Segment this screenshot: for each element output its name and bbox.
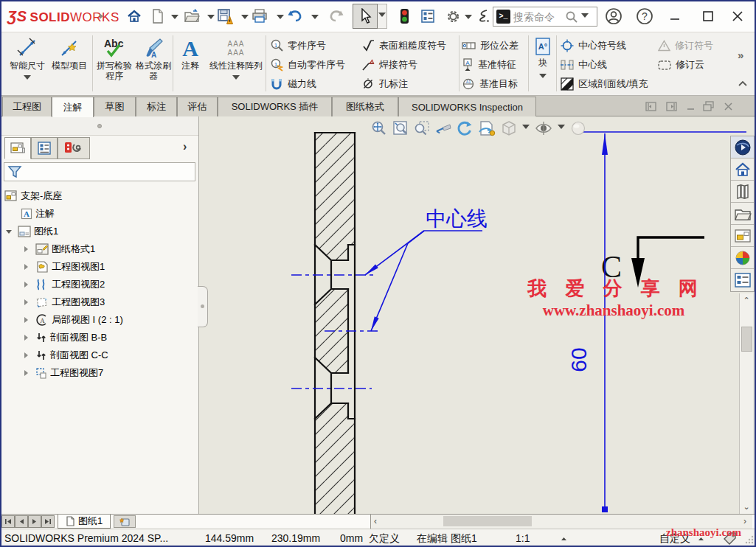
panel-collapse-handle[interactable] xyxy=(97,124,102,128)
center-mark-button[interactable]: 中心符号线 xyxy=(561,37,626,55)
sketch-ink-button[interactable] xyxy=(475,7,493,25)
block-button[interactable]: A° 块 xyxy=(531,35,555,81)
block-dropdown[interactable] xyxy=(539,74,547,81)
hole-callout-button[interactable]: 孔标注 xyxy=(361,75,408,93)
smart-dimension-dropdown[interactable] xyxy=(24,75,31,83)
settings-button[interactable] xyxy=(444,7,462,25)
tab-feature-tree[interactable] xyxy=(4,137,31,159)
format-painter-button[interactable]: A 格式涂刷器 xyxy=(136,35,171,81)
view-palette-button[interactable] xyxy=(731,225,754,247)
revision-cloud-button[interactable]: 修订云 xyxy=(658,56,704,74)
minimize-button[interactable] xyxy=(666,7,684,25)
collapsed-caret-icon[interactable] xyxy=(24,317,28,323)
design-library-button[interactable] xyxy=(731,181,754,203)
surface-finish-button[interactable]: 表面粗糙度符号 xyxy=(361,37,446,55)
tab-addins[interactable]: SOLIDWORKS 插件 xyxy=(218,97,332,116)
tree-sheet-row[interactable]: 图纸1 xyxy=(6,223,58,240)
appearances-button[interactable] xyxy=(731,247,754,269)
collapsed-caret-icon[interactable] xyxy=(24,299,28,305)
vertical-scroll-thumb[interactable] xyxy=(741,327,752,352)
scale-dropdown-icon[interactable] xyxy=(561,537,567,541)
tree-annotations-row[interactable]: A 注解 xyxy=(21,205,55,223)
collapsed-caret-icon[interactable] xyxy=(24,282,28,288)
command-manager-button[interactable] xyxy=(419,7,437,25)
tree-view1-row[interactable]: 工程图视图1 xyxy=(24,258,105,276)
logo-expand-icon[interactable] xyxy=(100,13,103,19)
save-button[interactable] xyxy=(216,7,234,25)
sheet-scale[interactable]: 1:1 xyxy=(516,532,530,544)
section-view-part[interactable] xyxy=(315,133,355,514)
tab-property-manager[interactable] xyxy=(31,137,58,159)
sw-resources-button[interactable] xyxy=(731,136,754,158)
custom-properties-button[interactable] xyxy=(731,269,754,291)
tree-section-cc-row[interactable]: 剖面视图 C-C xyxy=(24,346,108,364)
print-dropdown[interactable] xyxy=(277,15,284,22)
settings-dropdown[interactable] xyxy=(465,15,472,22)
linear-note-pattern-button[interactable]: AAAAAA 线性注释阵列 xyxy=(207,35,266,83)
panel-flyout-arrow[interactable]: › xyxy=(183,140,187,153)
magnetic-line-button[interactable]: 磁力线 xyxy=(270,75,316,93)
rotate-view-icon[interactable] xyxy=(457,120,473,136)
linear-note-pattern-dropdown[interactable] xyxy=(232,75,240,83)
revision-symbol-button[interactable]: 修订符号 xyxy=(658,37,713,55)
tab-inspection[interactable]: SOLIDWORKS Inspection xyxy=(398,97,536,116)
print-button[interactable] xyxy=(251,7,268,25)
new-document-dropdown[interactable] xyxy=(171,15,178,22)
pane-left-button[interactable] xyxy=(643,100,658,112)
sheet-nav-next-button[interactable] xyxy=(28,515,41,528)
spell-checker-button[interactable]: Abc 拼写检验程序 xyxy=(94,35,134,81)
zoom-selection-icon[interactable] xyxy=(414,120,430,136)
panel-splitter-handle[interactable] xyxy=(198,286,208,327)
hide-show-items-icon[interactable] xyxy=(535,120,552,136)
datum-feature-button[interactable]: A基准特征 xyxy=(462,56,516,74)
auto-balloon-button[interactable]: 1自动零件序号 xyxy=(270,56,345,74)
model-items-button[interactable]: 模型项目 xyxy=(49,35,90,71)
tree-detail-view-row[interactable]: A 局部视图 I (2 : 1) xyxy=(24,311,123,329)
hide-show-dropdown[interactable] xyxy=(558,125,565,132)
account-button[interactable] xyxy=(605,7,623,25)
collapsed-caret-icon[interactable] xyxy=(24,352,28,358)
centerline-button[interactable]: 中心线 xyxy=(561,56,607,74)
redo-button[interactable] xyxy=(327,7,345,25)
performance-light-button[interactable] xyxy=(395,7,413,25)
collapsed-caret-icon[interactable] xyxy=(24,264,28,270)
sheet-nav-first-button[interactable] xyxy=(1,515,15,528)
tree-section-bb-row[interactable]: 剖面视图 B-B xyxy=(24,329,107,346)
collapsed-caret-icon[interactable] xyxy=(24,335,28,341)
sheet-nav-prev-button[interactable] xyxy=(15,515,28,528)
expanded-caret-icon[interactable] xyxy=(6,230,12,234)
view-settings-icon[interactable] xyxy=(570,120,586,136)
ribbon-collapse-icon[interactable] xyxy=(738,80,748,87)
doc-minimize-button[interactable] xyxy=(683,100,698,112)
tab-annotation[interactable]: 注解 xyxy=(52,97,94,117)
command-search-input[interactable] xyxy=(513,11,562,23)
tree-view7-row[interactable]: 工程图视图7 xyxy=(24,364,103,382)
zoom-area-icon[interactable] xyxy=(392,120,409,136)
save-dropdown[interactable] xyxy=(241,15,249,22)
collapsed-caret-icon[interactable] xyxy=(24,370,28,376)
file-explorer-button[interactable] xyxy=(731,203,754,225)
help-button[interactable]: ? xyxy=(636,7,653,25)
balloon-button[interactable]: 1零件序号 xyxy=(270,37,326,55)
display-style-icon[interactable] xyxy=(501,120,517,136)
select-tool-dropdown[interactable] xyxy=(378,4,387,29)
sheet-nav-last-button[interactable] xyxy=(41,515,55,528)
sheet-tab-active[interactable]: 图纸1 xyxy=(58,515,111,529)
tree-filter-box[interactable] xyxy=(4,162,195,181)
search-icon[interactable] xyxy=(565,10,578,24)
taskpane-home-button[interactable] xyxy=(731,158,754,181)
tab-configuration[interactable] xyxy=(58,137,90,159)
scroll-right-icon[interactable]: › xyxy=(743,516,746,526)
scroll-down-icon[interactable]: ⌄ xyxy=(740,503,753,511)
vertical-scrollbar[interactable]: ⌃ ⌄ xyxy=(739,293,753,514)
new-document-button[interactable] xyxy=(149,7,167,25)
ribbon-overflow-chevron[interactable]: » xyxy=(738,49,743,61)
geometric-tolerance-button[interactable]: 形位公差 xyxy=(462,37,519,55)
open-button[interactable] xyxy=(183,7,201,25)
dimension-60[interactable]: 60 xyxy=(566,132,746,512)
select-tool-button[interactable] xyxy=(353,4,378,29)
tab-evaluate[interactable]: 评估 xyxy=(177,97,218,116)
area-hatch-button[interactable]: 区域剖面线/填充 xyxy=(561,75,648,93)
3d-drawing-view-icon[interactable] xyxy=(478,120,496,136)
collapsed-caret-icon[interactable] xyxy=(24,246,28,252)
